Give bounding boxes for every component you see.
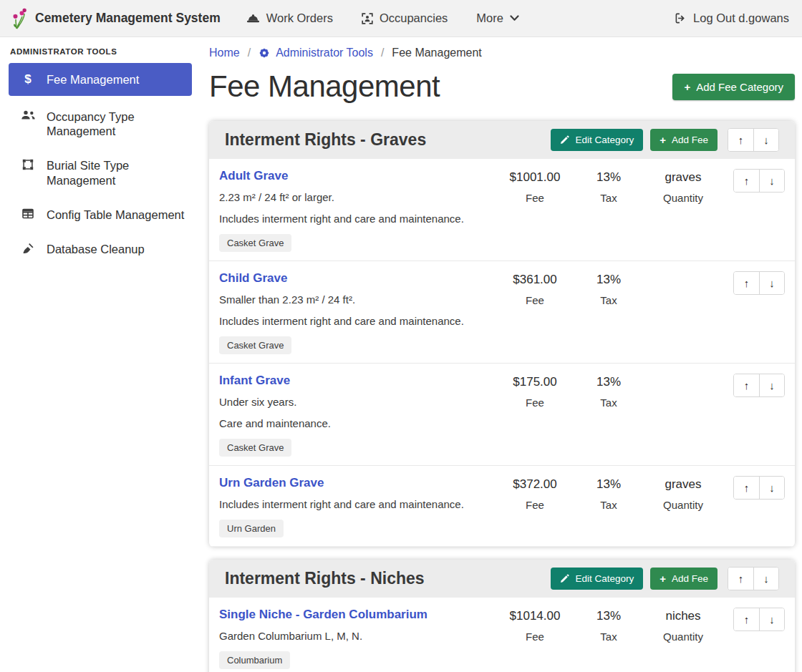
broom-icon xyxy=(20,243,36,254)
nav-occupancies[interactable]: Occupancies xyxy=(362,11,448,25)
logout-button[interactable]: Log Out d.gowans xyxy=(675,11,789,25)
fee-list: Adult Grave 2.23 m² / 24 ft² or larger.I… xyxy=(209,159,795,547)
app-title: Cemetery Management System xyxy=(35,11,221,26)
nav-occupancies-label: Occupancies xyxy=(380,11,448,25)
breadcrumb: Home / Administrator Tools / Fee Managem… xyxy=(209,47,795,59)
page-title: Fee Management xyxy=(209,69,440,104)
quantity-stat xyxy=(640,374,726,381)
sidebar-item-burial-site-type[interactable]: Burial Site Type Management xyxy=(9,152,192,193)
fee-name-link[interactable]: Infant Grave xyxy=(219,374,290,388)
fee-description: Includes interment right and care and ma… xyxy=(219,497,493,512)
fee-descriptions: Smaller than 2.23 m² / 24 ft².Includes i… xyxy=(219,292,493,328)
fee-row: Adult Grave 2.23 m² / 24 ft² or larger.I… xyxy=(209,159,795,261)
breadcrumb-home-link[interactable]: Home xyxy=(209,47,240,59)
fee-amount: $175.00 xyxy=(493,375,577,389)
nav-more[interactable]: More xyxy=(476,11,519,25)
move-fee-down-button[interactable]: ↓ xyxy=(759,608,784,630)
arrow-down-icon: ↓ xyxy=(769,482,775,493)
app-brand: Cemetery Management System xyxy=(10,8,221,29)
fee-type-badge: Casket Grave xyxy=(219,234,291,252)
move-fee-up-button[interactable]: ↑ xyxy=(734,170,759,192)
move-fee-down-button[interactable]: ↓ xyxy=(759,272,784,294)
category-header: Interment Rights - Niches Edit Category … xyxy=(209,560,795,598)
arrow-down-icon: ↓ xyxy=(769,278,775,288)
nav-work-orders[interactable]: Work Orders xyxy=(246,11,333,25)
arrow-down-icon: ↓ xyxy=(769,614,775,625)
tax-value: 13% xyxy=(577,609,640,623)
tax-value: 13% xyxy=(577,170,640,185)
fee-description: Smaller than 2.23 m² / 24 ft². xyxy=(219,292,493,307)
fee-description: Garden Columbarium L, M, N. xyxy=(219,628,493,643)
quantity-stat: graves Quantity xyxy=(640,476,726,511)
tax-stat: 13% Tax xyxy=(577,271,640,306)
fee-category-card: Interment Rights - Graves Edit Category … xyxy=(209,121,795,547)
fee-description: Includes interment right and care and ma… xyxy=(219,211,493,226)
add-fee-category-button[interactable]: + Add Fee Category xyxy=(672,74,795,100)
fee-amount: $372.00 xyxy=(493,477,577,492)
move-fee-down-button[interactable]: ↓ xyxy=(759,477,784,499)
move-category-up-button[interactable]: ↑ xyxy=(728,568,753,590)
fee-name-link[interactable]: Single Niche - Garden Columbarium xyxy=(219,608,427,622)
move-category-down-button[interactable]: ↓ xyxy=(753,129,778,151)
table-icon xyxy=(20,208,36,219)
fee-row: Child Grave Smaller than 2.23 m² / 24 ft… xyxy=(209,261,795,364)
edit-category-button[interactable]: Edit Category xyxy=(551,568,643,590)
sidebar-item-database-cleanup[interactable]: Database Cleanup xyxy=(9,235,192,263)
fee-reorder-group: ↑ ↓ xyxy=(733,608,785,631)
quantity-label: Quantity xyxy=(640,192,726,204)
sidebar-item-occupancy-type[interactable]: Occupancy Type Management xyxy=(9,103,192,145)
fee-name-link[interactable]: Urn Garden Grave xyxy=(219,476,324,490)
fee-reorder-group: ↑ ↓ xyxy=(733,271,785,295)
nav-more-label: More xyxy=(476,11,503,25)
tax-stat: 13% Tax xyxy=(577,169,640,204)
arrow-up-icon: ↑ xyxy=(744,482,750,493)
plus-icon: + xyxy=(660,573,666,584)
fee-list: Single Niche - Garden Columbarium Garden… xyxy=(209,598,795,672)
sidebar-item-fee-management[interactable]: $ Fee Management xyxy=(9,63,192,96)
pencil-icon xyxy=(560,574,569,583)
move-fee-up-button[interactable]: ↑ xyxy=(734,477,759,499)
arrow-up-icon: ↑ xyxy=(738,573,744,584)
add-fee-button[interactable]: + Add Fee xyxy=(650,568,718,590)
fee-amount-label: Fee xyxy=(493,192,577,204)
main-content: Home / Administrator Tools / Fee Managem… xyxy=(200,37,802,672)
fee-name-link[interactable]: Adult Grave xyxy=(219,169,288,183)
move-fee-down-button[interactable]: ↓ xyxy=(759,374,784,396)
hard-hat-icon xyxy=(246,14,260,24)
fee-row: Infant Grave Under six years.Care and ma… xyxy=(209,364,795,466)
sidebar-item-config-table[interactable]: Config Table Management xyxy=(9,201,192,228)
breadcrumb-separator: / xyxy=(381,47,384,59)
arrow-up-icon: ↑ xyxy=(744,175,750,186)
fee-reorder-group: ↑ ↓ xyxy=(733,169,785,193)
sidebar-item-label: Database Cleanup xyxy=(47,242,145,256)
move-fee-down-button[interactable]: ↓ xyxy=(759,170,784,192)
move-category-up-button[interactable]: ↑ xyxy=(728,129,753,151)
arrow-up-icon: ↑ xyxy=(744,614,750,625)
fee-reorder-group: ↑ ↓ xyxy=(733,374,785,397)
edit-category-button[interactable]: Edit Category xyxy=(551,129,643,151)
breadcrumb-current: Fee Management xyxy=(392,47,481,59)
tax-label: Tax xyxy=(577,499,640,511)
arrow-up-icon: ↑ xyxy=(744,380,750,391)
fee-row: Single Niche - Garden Columbarium Garden… xyxy=(209,598,795,672)
plus-icon: + xyxy=(660,135,666,145)
quantity-stat: niches Quantity xyxy=(640,608,726,643)
add-fee-button[interactable]: + Add Fee xyxy=(650,129,718,151)
fee-name-link[interactable]: Child Grave xyxy=(219,271,287,286)
sidebar-item-label: Occupancy Type Management xyxy=(47,109,185,138)
move-fee-up-button[interactable]: ↑ xyxy=(734,608,759,630)
breadcrumb-admin-tools-link[interactable]: Administrator Tools xyxy=(259,47,373,59)
tulip-logo-icon xyxy=(10,8,29,29)
fee-descriptions: Includes interment right and care and ma… xyxy=(219,497,493,512)
page-title-row: Fee Management + Add Fee Category xyxy=(209,69,795,104)
arrow-down-icon: ↓ xyxy=(763,135,769,145)
quantity-value: graves xyxy=(640,477,726,492)
sidebar-item-label: Fee Management xyxy=(47,72,139,87)
fee-amount-label: Fee xyxy=(493,499,577,511)
tax-stat: 13% Tax xyxy=(577,608,640,643)
move-category-down-button[interactable]: ↓ xyxy=(753,568,778,590)
move-fee-up-button[interactable]: ↑ xyxy=(734,272,759,294)
fee-amount: $1014.00 xyxy=(493,609,577,623)
move-fee-up-button[interactable]: ↑ xyxy=(734,374,759,396)
tax-stat: 13% Tax xyxy=(577,476,640,511)
